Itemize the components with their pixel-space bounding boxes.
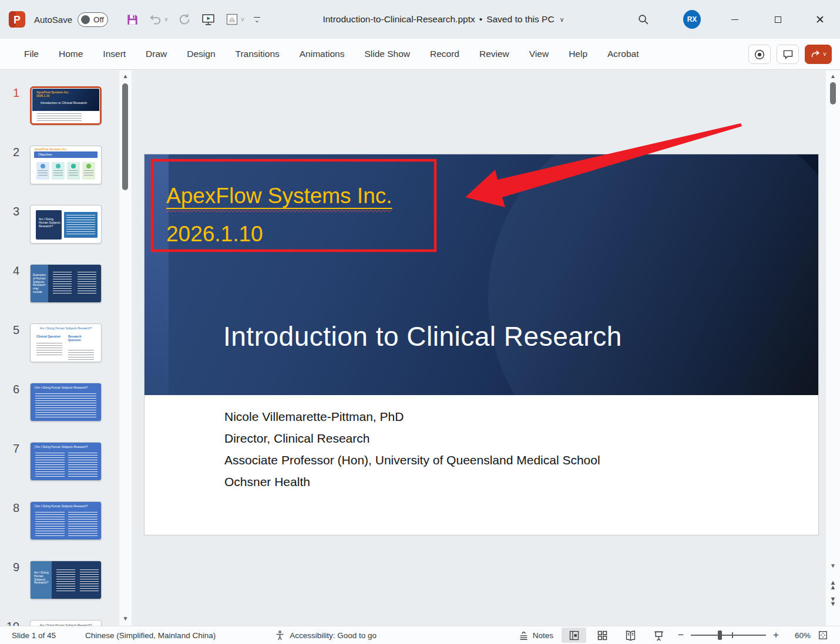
zoom-slider[interactable] [691,629,766,641]
slide-thumbnail-2[interactable]: 2 ApexFlow Systems Inc. Objectives [0,146,119,187]
tab-help[interactable]: Help [559,39,597,69]
thumbnail-image[interactable]: Am I Doing Human Subjects Research? [30,205,102,244]
text-lines-decoration [68,512,98,537]
scroll-up-icon[interactable]: ▲ [119,73,132,80]
tab-record[interactable]: Record [420,39,469,69]
zoom-out-button[interactable]: − [674,629,687,641]
slideshow-view-button[interactable] [646,628,671,643]
scroll-up-icon[interactable]: ▲ [826,73,840,80]
minimize-icon [731,19,738,20]
save-button[interactable] [126,13,139,26]
normal-view-icon [568,629,580,642]
thumbnail-image[interactable]: ApexFlow Systems Inc. Objectives [30,146,102,184]
tab-draw[interactable]: Draw [136,39,177,69]
touch-mode-icon [225,12,239,26]
chevron-down-icon[interactable]: ∨ [560,16,565,23]
notes-label: Notes [533,631,553,640]
numbered-circle-icon [71,164,76,168]
tab-view[interactable]: View [519,39,559,69]
tab-acrobat[interactable]: Acrobat [597,39,649,69]
language-indicator[interactable]: Chinese (Simplified, Mainland China) [85,631,216,640]
slide-thumbnail-1[interactable]: 1 ApexFlow Systems Inc.2026.1.10 Introdu… [0,86,119,127]
previous-slide-button[interactable]: ▲▲ [826,580,840,589]
tab-insert[interactable]: Insert [93,39,136,69]
tab-animations[interactable]: Animations [290,39,355,69]
thumbnail-image[interactable]: Am I Doing Human Subjects Research? [30,561,102,599]
slide-canvas[interactable]: ApexFlow Systems Inc. 2026.1.10 Introduc… [145,154,818,535]
minimize-button[interactable] [726,0,744,39]
tab-home[interactable]: Home [49,39,93,69]
mini-title-text: Am I Doing Human Subjects Research? [39,217,62,228]
slide-sorter-view-button[interactable] [590,628,614,643]
thumbnail-scrollbar[interactable]: ▲ ▼ [119,70,132,626]
scroll-down-icon[interactable]: ▼ [826,562,840,569]
statusbar-right-cluster: Notes [513,628,832,643]
thumbnail-image[interactable]: Am I Doing Human Subjects Research? [30,501,102,540]
status-bar: Slide 1 of 45 Chinese (Simplified, Mainl… [0,626,840,644]
scrollbar-thumb[interactable] [830,82,836,104]
thumbnail-image[interactable]: Am I Doing Human Subjects Research? [30,620,102,626]
tab-design[interactable]: Design [177,39,225,69]
share-button[interactable]: ˅ [805,45,832,64]
scrollbar-thumb[interactable] [122,83,128,190]
reading-view-button[interactable] [618,628,643,643]
tab-file[interactable]: File [14,39,49,69]
slide-thumbnail-9[interactable]: 9 Am I Doing Human Subjects Research? [0,561,119,602]
maximize-button[interactable] [769,0,787,39]
slide-number: 1 [0,86,19,100]
thumbnail-image[interactable]: ApexFlow Systems Inc.2026.1.10 Introduct… [30,86,102,125]
zoom-slider-handle[interactable] [718,630,722,640]
slide-title-textbox[interactable]: Introduction to Clinical Research [223,321,622,352]
slide-header-band: ApexFlow Systems Inc. 2026.1.10 Introduc… [145,154,818,395]
slide-number: 10 [0,620,19,626]
thumbnail-image[interactable]: Am I Doing Human Subjects Research? Clin… [30,323,102,362]
tab-slide-show[interactable]: Slide Show [354,39,420,69]
text-lines-decoration [53,170,63,177]
close-button[interactable] [811,0,829,39]
undo-dropdown-chevron-icon[interactable]: ˅ [164,16,168,23]
document-title-area[interactable]: Introduction-to-Clinical-Research.pptx •… [322,0,564,39]
touch-mode-dropdown-chevron-icon[interactable]: ˅ [241,16,244,23]
editor-scrollbar[interactable]: ▲ ▼ ▲▲ ▼▼ [826,70,840,626]
scroll-down-icon[interactable]: ▼ [119,615,132,622]
maximize-icon [775,16,781,23]
accessibility-checker[interactable]: Accessibility: Good to go [274,630,377,641]
tab-review[interactable]: Review [469,39,519,69]
thumbnail-image[interactable]: Am I Doing Human Subjects Research? [30,383,102,422]
text-lines-decoration [53,272,72,295]
mini-slide-blue: Am I Doing Human Subjects Research? [31,502,101,540]
zoom-level[interactable]: 60% [786,631,811,640]
search-button[interactable] [634,0,652,39]
next-slide-button[interactable]: ▼▼ [826,596,840,606]
notes-button[interactable]: Notes [513,628,558,643]
slide-thumbnail-6[interactable]: 6 Am I Doing Human Subjects Research? [0,383,119,424]
thumbnail-image[interactable]: Examples of Human Subjects Research may … [30,264,102,303]
slide-thumbnail-4[interactable]: 4 Examples of Human Subjects Research ma… [0,264,119,305]
thumbnail-image[interactable]: Am I Doing Human Subjects Research? [30,442,102,481]
company-date-textbox[interactable]: ApexFlow Systems Inc. 2026.1.10 [166,177,392,253]
ribbon-right-cluster: ˅ [748,39,832,70]
mini-title-text: Objectives [38,153,98,156]
autosave-toggle[interactable]: Off [78,12,108,27]
undo-button[interactable]: ˅ [149,12,168,26]
zoom-in-button[interactable]: + [770,629,782,641]
fit-slide-to-window-button[interactable] [814,629,832,641]
comments-button[interactable] [777,45,799,64]
text-lines-decoration [69,170,78,177]
author-textbox[interactable]: Nicole Villemarette-Pittman, PhD Directo… [224,406,600,493]
normal-view-button[interactable] [562,628,586,643]
account-avatar[interactable]: RX [683,0,701,39]
start-slideshow-button[interactable] [201,12,216,27]
tab-transitions[interactable]: Transitions [226,39,290,69]
slide-thumbnail-10[interactable]: 10 Am I Doing Human Subjects Research? [0,620,119,626]
record-button[interactable] [748,45,771,64]
slide-thumbnail-7[interactable]: 7 Am I Doing Human Subjects Research? [0,442,119,483]
redo-button[interactable] [177,12,191,26]
powerpoint-logo-icon[interactable]: P [8,11,26,28]
customize-quick-access-toolbar-button[interactable]: ⌄ [254,17,260,22]
slide-thumbnail-3[interactable]: 3 Am I Doing Human Subjects Research? [0,205,119,246]
touch-mouse-mode-button[interactable]: ˅ [225,12,244,26]
slide-indicator[interactable]: Slide 1 of 45 [12,631,56,640]
slide-thumbnail-5[interactable]: 5 Am I Doing Human Subjects Research? Cl… [0,323,119,365]
slide-thumbnail-8[interactable]: 8 Am I Doing Human Subjects Research? [0,501,119,542]
